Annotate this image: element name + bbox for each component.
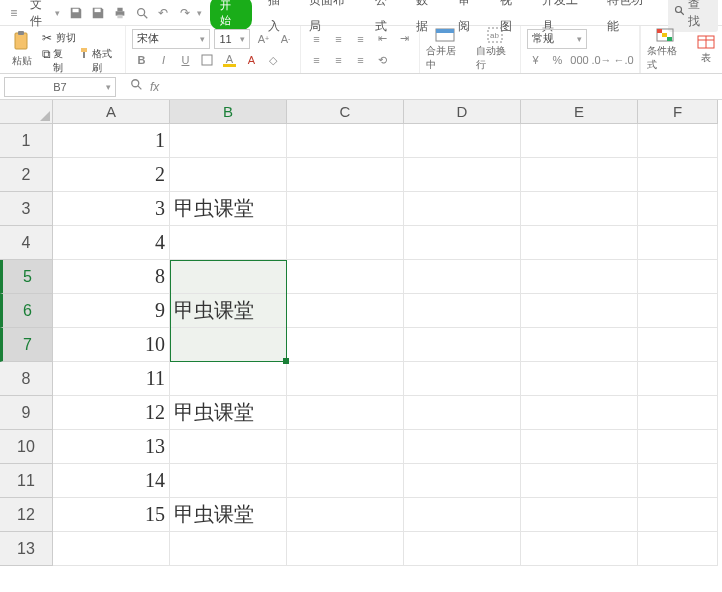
paste-button[interactable]: 粘贴 [6, 31, 38, 68]
cell-F9[interactable] [638, 396, 718, 430]
qat-dropdown-icon[interactable]: ▾ [197, 8, 202, 18]
cell-B13[interactable] [170, 532, 287, 566]
decrease-font-button[interactable]: A- [276, 30, 294, 48]
cell-A9[interactable]: 12 [53, 396, 170, 430]
save-icon[interactable] [66, 3, 86, 23]
row-header[interactable]: 4 [0, 226, 53, 260]
cell-C3[interactable] [287, 192, 404, 226]
decrease-decimal-button[interactable]: ←.0 [615, 51, 633, 69]
align-top-button[interactable]: ≡ [307, 30, 325, 48]
cell-B12[interactable]: 甲虫课堂 [170, 498, 287, 532]
cell-D2[interactable] [404, 158, 521, 192]
cell-C1[interactable] [287, 124, 404, 158]
cell-E11[interactable] [521, 464, 638, 498]
column-header-D[interactable]: D [404, 100, 521, 124]
cell-F5[interactable] [638, 260, 718, 294]
clear-format-button[interactable]: ◇ [264, 51, 282, 69]
wrap-text-button[interactable]: ab 自动换行 [470, 26, 520, 73]
cell-E6[interactable] [521, 294, 638, 328]
cell-A7[interactable]: 10 [53, 328, 170, 362]
cell-D5[interactable] [404, 260, 521, 294]
indent-increase-button[interactable]: ⇥ [395, 30, 413, 48]
align-bottom-button[interactable]: ≡ [351, 30, 369, 48]
bold-button[interactable]: B [132, 51, 150, 69]
row-header[interactable]: 11 [0, 464, 53, 498]
cell-A11[interactable]: 14 [53, 464, 170, 498]
percent-button[interactable]: % [549, 51, 567, 69]
cell-B3[interactable]: 甲虫课堂 [170, 192, 287, 226]
cell-D3[interactable] [404, 192, 521, 226]
cell-E5[interactable] [521, 260, 638, 294]
cell-A5[interactable]: 8 [53, 260, 170, 294]
cell-F6[interactable] [638, 294, 718, 328]
cell-B5[interactable] [170, 260, 287, 294]
cell-D8[interactable] [404, 362, 521, 396]
row-header[interactable]: 13 [0, 532, 53, 566]
cell-A12[interactable]: 15 [53, 498, 170, 532]
row-header[interactable]: 7 [0, 328, 53, 362]
save-as-icon[interactable] [88, 3, 108, 23]
cell-D7[interactable] [404, 328, 521, 362]
row-header[interactable]: 6 [0, 294, 53, 328]
cell-E1[interactable] [521, 124, 638, 158]
cell-A3[interactable]: 3 [53, 192, 170, 226]
row-header[interactable]: 10 [0, 430, 53, 464]
orientation-button[interactable]: ⟲ [373, 51, 391, 69]
comma-button[interactable]: 000 [571, 51, 589, 69]
cell-F7[interactable] [638, 328, 718, 362]
cell-D11[interactable] [404, 464, 521, 498]
cell-A2[interactable]: 2 [53, 158, 170, 192]
fill-color-button[interactable]: A [220, 51, 238, 69]
cell-B2[interactable] [170, 158, 287, 192]
increase-font-button[interactable]: A+ [254, 30, 272, 48]
select-all-corner[interactable] [0, 100, 53, 124]
cell-F3[interactable] [638, 192, 718, 226]
cell-C4[interactable] [287, 226, 404, 260]
cell-F12[interactable] [638, 498, 718, 532]
align-left-button[interactable]: ≡ [307, 51, 325, 69]
cell-F10[interactable] [638, 430, 718, 464]
currency-button[interactable]: ¥ [527, 51, 545, 69]
cell-C2[interactable] [287, 158, 404, 192]
cell-F11[interactable] [638, 464, 718, 498]
cell-A10[interactable]: 13 [53, 430, 170, 464]
font-name-select[interactable]: 宋体▾ [132, 29, 210, 49]
cell-F13[interactable] [638, 532, 718, 566]
fx-label[interactable]: fx [150, 80, 159, 94]
font-color-button[interactable]: A [242, 51, 260, 69]
cell-D4[interactable] [404, 226, 521, 260]
cut-button[interactable]: ✂剪切 [42, 27, 120, 49]
underline-button[interactable]: U [176, 51, 194, 69]
align-middle-button[interactable]: ≡ [329, 30, 347, 48]
italic-button[interactable]: I [154, 51, 172, 69]
column-header-F[interactable]: F [638, 100, 718, 124]
cell-E13[interactable] [521, 532, 638, 566]
cell-A13[interactable] [53, 532, 170, 566]
border-button[interactable] [198, 51, 216, 69]
copy-button[interactable]: ⧉复制 [42, 47, 71, 75]
conditional-format-button[interactable]: 条件格式 [640, 26, 691, 73]
cell-E4[interactable] [521, 226, 638, 260]
cell-F8[interactable] [638, 362, 718, 396]
cell-C5[interactable] [287, 260, 404, 294]
column-header-C[interactable]: C [287, 100, 404, 124]
cell-D13[interactable] [404, 532, 521, 566]
cell-B10[interactable] [170, 430, 287, 464]
cell-E2[interactable] [521, 158, 638, 192]
row-header[interactable]: 3 [0, 192, 53, 226]
cell-E8[interactable] [521, 362, 638, 396]
cell-B1[interactable] [170, 124, 287, 158]
cell-C7[interactable] [287, 328, 404, 362]
cell-F4[interactable] [638, 226, 718, 260]
row-header[interactable]: 12 [0, 498, 53, 532]
cell-A8[interactable]: 11 [53, 362, 170, 396]
redo-icon[interactable]: ↷ [175, 3, 195, 23]
cell-C13[interactable] [287, 532, 404, 566]
cell-B11[interactable] [170, 464, 287, 498]
cell-A4[interactable]: 4 [53, 226, 170, 260]
hamburger-icon[interactable]: ≡ [4, 3, 24, 23]
row-header[interactable]: 2 [0, 158, 53, 192]
print-icon[interactable] [110, 3, 130, 23]
cell-F1[interactable] [638, 124, 718, 158]
cell-C9[interactable] [287, 396, 404, 430]
